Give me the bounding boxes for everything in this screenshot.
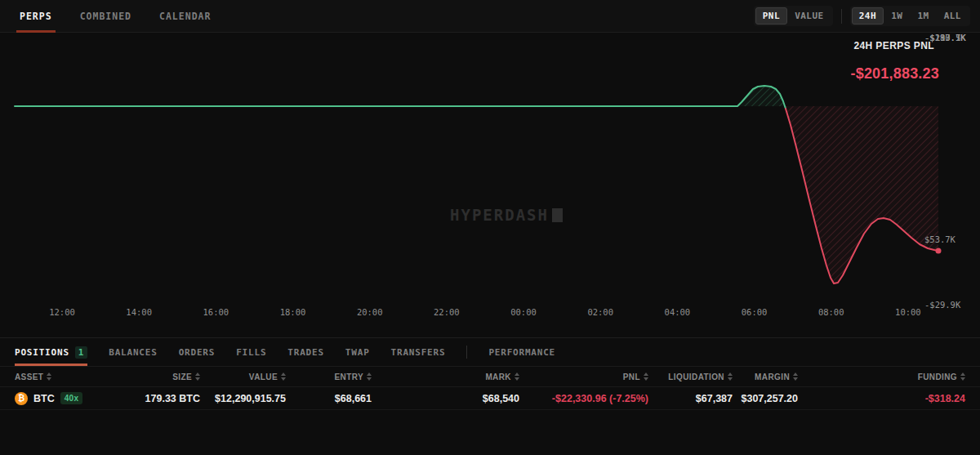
watermark-block-icon (552, 208, 563, 222)
mode-toggle-pnl[interactable]: PNL (755, 7, 787, 25)
pnl-line-positive (15, 86, 786, 109)
toolbar-divider (841, 9, 842, 24)
funding-cell: -$318.24 (798, 393, 965, 404)
asset-label: BTC (33, 393, 55, 404)
top-bar: PERPS COMBINED CALENDAR PNL VALUE 24H 1W… (0, 0, 980, 33)
tab-performance[interactable]: PERFORMANCE (488, 338, 555, 366)
x-axis-tick: 22:00 (426, 307, 467, 317)
size-cell: 179.33 BTC (129, 393, 200, 404)
x-axis-tick: 00:00 (503, 307, 544, 317)
x-axis-tick: 02:00 (580, 307, 621, 317)
hyperdash-watermark: HYPERDASH (450, 206, 563, 224)
pnl-chart-value: -$201,883.23 (851, 65, 940, 83)
margin-cell: $307,257.20 (733, 393, 798, 404)
tab-perps[interactable]: PERPS (20, 0, 52, 33)
btc-icon: ₿ (15, 392, 28, 405)
tab-orders[interactable]: ORDERS (179, 338, 216, 366)
tab-twap[interactable]: TWAP (345, 338, 370, 366)
pnl-chart-canvas[interactable] (0, 33, 980, 337)
column-header-asset[interactable]: ASSET (15, 372, 129, 381)
entry-cell: $68,661 (286, 393, 372, 404)
column-header-entry[interactable]: ENTRY (286, 372, 372, 381)
pnl-chart: HYPERDASH 24H PERPS PNL -$201,883.23 $53… (0, 33, 980, 337)
positions-count-badge: 1 (75, 346, 87, 359)
sort-icon (960, 372, 965, 381)
last-point-dot (936, 248, 942, 254)
range-toggle-all[interactable]: ALL (937, 7, 969, 25)
range-toggle-1m[interactable]: 1M (910, 7, 936, 25)
tab-balances[interactable]: BALANCES (109, 338, 157, 366)
top-tab-group: PERPS COMBINED CALENDAR (0, 0, 211, 33)
x-axis: 12:00 14:00 16:00 18:00 20:00 22:00 00:0… (42, 307, 929, 317)
asset-cell: ₿ BTC 40x (15, 392, 129, 405)
watermark-text: HYPERDASH (450, 206, 549, 224)
y-axis-tick: -$29.9K (924, 300, 977, 310)
leverage-badge: 40x (60, 392, 83, 404)
column-header-pnl[interactable]: PNL (519, 372, 648, 381)
tab-trades[interactable]: TRADES (287, 338, 324, 366)
positions-tab-group: POSITIONS 1 BALANCES ORDERS FILLS TRADES… (0, 338, 980, 366)
y-axis-tick: -$280.7K (924, 33, 977, 42)
sort-icon (47, 372, 51, 381)
x-axis-tick: 20:00 (350, 307, 390, 317)
mode-toggle-value[interactable]: VALUE (787, 7, 831, 25)
x-axis-tick: 08:00 (811, 307, 852, 317)
y-axis-tick: $53.7K (924, 234, 977, 244)
range-toggle-1w[interactable]: 1W (884, 7, 910, 25)
tab-positions[interactable]: POSITIONS 1 (15, 338, 87, 366)
x-axis-tick: 16:00 (195, 307, 236, 317)
column-header-value[interactable]: VALUE (200, 372, 286, 381)
liquidation-cell: $67,387 (648, 393, 733, 404)
value-cell: $12,290,915.75 (200, 393, 286, 404)
positions-panel: POSITIONS 1 BALANCES ORDERS FILLS TRADES… (0, 337, 980, 455)
range-toggle-group: 24H 1W 1M ALL (850, 6, 970, 26)
column-header-margin[interactable]: MARGIN (733, 372, 798, 381)
tab-calendar[interactable]: CALENDAR (159, 0, 211, 33)
x-axis-tick: 14:00 (118, 307, 159, 317)
x-axis-tick: 04:00 (657, 307, 697, 317)
positive-area-fill (737, 86, 786, 109)
column-header-liquidation[interactable]: LIQUIDATION (648, 372, 733, 381)
mode-toggle-group: PNL VALUE (754, 6, 833, 26)
range-toggle-24h[interactable]: 24H (852, 7, 884, 25)
column-header-mark[interactable]: MARK (372, 372, 519, 381)
tab-positions-label: POSITIONS (15, 347, 69, 358)
tab-transfers[interactable]: TRANSFERS (391, 338, 446, 366)
column-header-funding[interactable]: FUNDING (798, 372, 965, 381)
pnl-chart-title: 24H PERPS PNL (853, 40, 934, 51)
tab-fills[interactable]: FILLS (236, 338, 266, 366)
x-axis-tick: 18:00 (273, 307, 314, 317)
tabs-divider (466, 346, 467, 359)
x-axis-tick: 12:00 (42, 307, 82, 317)
pnl-cell: -$22,330.96 (-7.25%) (519, 393, 648, 404)
x-axis-tick: 10:00 (888, 307, 929, 317)
table-header-row: ASSET SIZE VALUE ENTRY MARK PNL LIQUIDAT… (0, 366, 980, 387)
mark-cell: $68,540 (372, 393, 519, 404)
position-row-btc[interactable]: ₿ BTC 40x 179.33 BTC $12,290,915.75 $68,… (0, 387, 980, 410)
column-header-size[interactable]: SIZE (129, 372, 200, 381)
chart-controls: PNL VALUE 24H 1W 1M ALL (754, 6, 980, 26)
tab-combined[interactable]: COMBINED (80, 0, 131, 33)
x-axis-tick: 06:00 (734, 307, 775, 317)
